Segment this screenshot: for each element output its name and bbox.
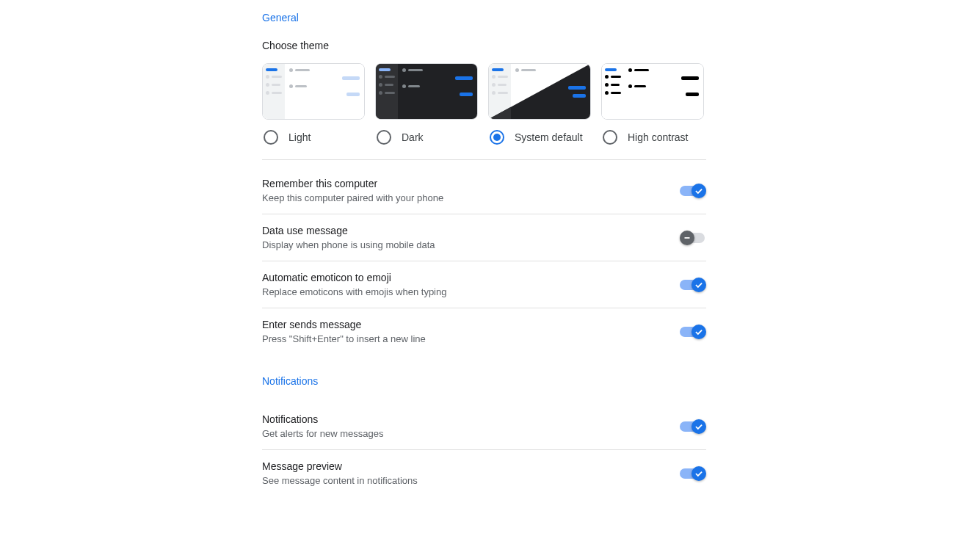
setting-desc: Display when phone is using mobile data: [262, 239, 680, 250]
setting-row: Data use messageDisplay when phone is us…: [262, 214, 706, 261]
setting-row: Automatic emoticon to emojiReplace emoti…: [262, 261, 706, 308]
radio-icon: [490, 130, 504, 145]
setting-row: Remember this computerKeep this computer…: [262, 167, 706, 214]
general-settings-list: Remember this computerKeep this computer…: [262, 167, 706, 355]
setting-text: Automatic emoticon to emojiReplace emoti…: [262, 272, 680, 297]
setting-desc: Keep this computer paired with your phon…: [262, 192, 680, 203]
theme-card-system-default[interactable]: [488, 63, 591, 120]
theme-card-high-contrast[interactable]: [601, 63, 704, 120]
check-icon: [694, 468, 704, 479]
radio-label: High contrast: [628, 131, 688, 143]
theme-radio-dark[interactable]: Dark: [375, 130, 478, 145]
theme-label: Choose theme: [262, 40, 706, 51]
toggle-switch[interactable]: [680, 231, 706, 245]
theme-radio-group: Light Dark System default High contrast: [262, 130, 706, 145]
minus-icon: [682, 233, 692, 243]
radio-icon: [264, 130, 278, 145]
setting-text: Message previewSee message content in no…: [262, 460, 680, 486]
radio-label: Dark: [402, 131, 424, 143]
toggle-switch[interactable]: [680, 419, 706, 434]
toggle-switch[interactable]: [680, 278, 706, 292]
setting-title: Message preview: [262, 460, 680, 472]
settings-content: General Choose theme: [262, 0, 706, 496]
setting-row: NotificationsGet alerts for new messages: [262, 403, 706, 450]
setting-text: Remember this computerKeep this computer…: [262, 178, 680, 203]
section-title-notifications: Notifications: [262, 375, 706, 387]
check-icon: [694, 280, 704, 290]
check-icon: [694, 327, 704, 337]
notification-settings-list: NotificationsGet alerts for new messages…: [262, 403, 706, 496]
toggle-switch[interactable]: [680, 184, 706, 198]
theme-grid: [262, 63, 706, 120]
theme-radio-high-contrast[interactable]: High contrast: [601, 130, 704, 145]
setting-desc: See message content in notifications: [262, 475, 680, 486]
check-icon: [694, 421, 704, 432]
radio-label: Light: [288, 131, 311, 143]
toggle-switch[interactable]: [680, 466, 706, 481]
theme-card-dark[interactable]: [375, 63, 478, 120]
toggle-switch[interactable]: [680, 325, 706, 339]
theme-card-light[interactable]: [262, 63, 365, 120]
radio-icon: [377, 130, 391, 145]
setting-title: Enter sends message: [262, 319, 680, 330]
section-title-general: General: [262, 12, 706, 23]
radio-label: System default: [515, 131, 583, 143]
setting-title: Remember this computer: [262, 178, 680, 189]
radio-icon: [603, 130, 617, 145]
setting-desc: Press "Shift+Enter" to insert a new line: [262, 333, 680, 344]
theme-radio-light[interactable]: Light: [262, 130, 365, 145]
setting-desc: Get alerts for new messages: [262, 428, 680, 439]
setting-text: NotificationsGet alerts for new messages: [262, 413, 680, 439]
divider: [262, 159, 706, 160]
setting-title: Data use message: [262, 225, 680, 236]
setting-title: Notifications: [262, 413, 680, 425]
check-icon: [694, 186, 704, 196]
setting-desc: Replace emoticons with emojis when typin…: [262, 286, 680, 297]
setting-text: Data use messageDisplay when phone is us…: [262, 225, 680, 250]
theme-radio-system-default[interactable]: System default: [488, 130, 591, 145]
setting-row: Message previewSee message content in no…: [262, 450, 706, 496]
setting-title: Automatic emoticon to emoji: [262, 272, 680, 283]
setting-row: Enter sends messagePress "Shift+Enter" t…: [262, 308, 706, 355]
setting-text: Enter sends messagePress "Shift+Enter" t…: [262, 319, 680, 344]
